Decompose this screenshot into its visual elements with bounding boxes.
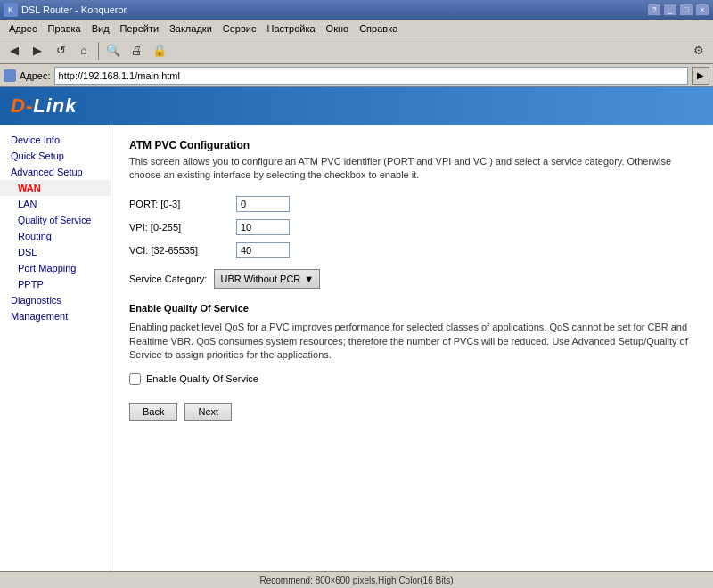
menu-pereiti[interactable]: Перейти — [115, 21, 165, 36]
sidebar-item-port-mapping[interactable]: Port Mapping — [0, 260, 111, 276]
service-category-select[interactable]: UBR Without PCR ▼ — [214, 269, 320, 289]
settings-toolbar-btn[interactable]: ⚙ — [688, 40, 709, 61]
vpi-row: VPI: [0-255] — [129, 219, 695, 235]
help-btn[interactable]: ? — [647, 4, 661, 16]
reload-toolbar-btn[interactable]: ↺ — [50, 40, 71, 61]
browser-icon: K — [4, 3, 18, 17]
address-input[interactable] — [54, 67, 688, 85]
vpi-input[interactable] — [236, 219, 290, 235]
close-btn[interactable]: × — [695, 4, 709, 16]
sidebar-item-diagnostics[interactable]: Diagnostics — [0, 292, 111, 308]
home-toolbar-btn[interactable]: ⌂ — [73, 40, 94, 61]
back-button[interactable]: Back — [129, 403, 177, 421]
port-input[interactable] — [236, 196, 290, 212]
address-bar: Адрес: ▶ — [0, 64, 713, 87]
security-toolbar-btn[interactable]: 🔒 — [149, 40, 170, 61]
port-row: PORT: [0-3] — [129, 196, 695, 212]
service-category-label: Service Category: — [129, 274, 207, 284]
print-toolbar-btn[interactable]: 🖨 — [126, 40, 147, 61]
button-row: Back Next — [129, 403, 695, 421]
menu-spravka[interactable]: Справка — [354, 21, 403, 36]
addr-icon — [4, 69, 16, 82]
qos-checkbox[interactable] — [129, 373, 141, 385]
browser-content: D-Link Device Info Quick Setup Advanced … — [0, 87, 713, 588]
addr-label: Адрес: — [20, 70, 51, 81]
toolbar: ◀ ▶ ↺ ⌂ 🔍 🖨 🔒 ⚙ — [0, 37, 713, 64]
forward-toolbar-btn[interactable]: ▶ — [27, 40, 48, 61]
sidebar-item-dsl[interactable]: DSL — [0, 244, 111, 260]
back-toolbar-btn[interactable]: ◀ — [4, 40, 25, 61]
sidebar-item-quick-setup[interactable]: Quick Setup — [0, 148, 111, 164]
sidebar-item-management[interactable]: Management — [0, 308, 111, 324]
content-area: ATM PVC Configuration This screen allows… — [111, 125, 713, 572]
service-category-arrow: ▼ — [304, 274, 314, 284]
menu-zakladki[interactable]: Закладки — [164, 21, 217, 36]
sidebar-item-device-info[interactable]: Device Info — [0, 132, 111, 148]
port-label: PORT: [0-3] — [129, 199, 236, 209]
vci-input[interactable] — [236, 242, 290, 258]
title-bar: K DSL Router - Konqueror ? _ □ × — [0, 0, 713, 20]
menu-nastroika[interactable]: Настройка — [261, 21, 320, 36]
window-title: DSL Router - Konqueror — [21, 4, 127, 15]
menu-servis[interactable]: Сервис — [217, 21, 262, 36]
sidebar-item-qos[interactable]: Quality of Service — [0, 212, 111, 228]
page-description: This screen allows you to configure an A… — [129, 155, 695, 183]
dlink-logo: D-Link — [11, 94, 77, 118]
title-bar-left: K DSL Router - Konqueror — [4, 3, 127, 17]
menu-pravka[interactable]: Правка — [43, 21, 86, 36]
qos-checkbox-label[interactable]: Enable Quality Of Service — [146, 373, 258, 384]
sidebar: Device Info Quick Setup Advanced Setup W… — [0, 125, 111, 572]
search-toolbar-btn[interactable]: 🔍 — [102, 40, 124, 61]
sidebar-item-routing[interactable]: Routing — [0, 228, 111, 244]
main-area: Device Info Quick Setup Advanced Setup W… — [0, 125, 713, 572]
status-text: Recommend: 800×600 pixels,High Color(16 … — [259, 576, 453, 585]
sidebar-item-pptp[interactable]: PPTP — [0, 276, 111, 292]
qos-checkbox-row: Enable Quality Of Service — [129, 373, 695, 385]
dlink-logo-d: D — [11, 94, 26, 117]
next-button[interactable]: Next — [184, 403, 232, 421]
qos-description: Enabling packet level QoS for a PVC impr… — [129, 321, 695, 362]
browser-window: K DSL Router - Konqueror ? _ □ × Адрес П… — [0, 0, 713, 588]
maximize-btn[interactable]: □ — [679, 4, 693, 16]
addr-go-btn[interactable]: ▶ — [692, 67, 709, 85]
service-category-row: Service Category: UBR Without PCR ▼ — [129, 269, 695, 289]
title-bar-buttons: ? _ □ × — [647, 4, 709, 16]
dlink-header: D-Link — [0, 87, 713, 125]
qos-section-title: Enable Quality Of Service — [129, 303, 695, 314]
vci-label: VCI: [32-65535] — [129, 245, 236, 256]
menu-okno[interactable]: Окно — [321, 21, 355, 36]
vpi-label: VPI: [0-255] — [129, 222, 236, 233]
sidebar-item-wan[interactable]: WAN — [0, 180, 111, 196]
status-bar: Recommend: 800×600 pixels,High Color(16 … — [0, 571, 713, 588]
sidebar-item-lan[interactable]: LAN — [0, 196, 111, 212]
page-title: ATM PVC Configuration — [129, 139, 695, 151]
minimize-btn[interactable]: _ — [663, 4, 677, 16]
toolbar-sep1 — [98, 42, 99, 60]
vci-row: VCI: [32-65535] — [129, 242, 695, 258]
menu-vid[interactable]: Вид — [86, 21, 115, 36]
menu-adres[interactable]: Адрес — [4, 21, 43, 36]
menu-bar: Адрес Правка Вид Перейти Закладки Сервис… — [0, 20, 713, 37]
sidebar-item-advanced-setup[interactable]: Advanced Setup — [0, 164, 111, 180]
service-category-value: UBR Without PCR — [220, 274, 300, 284]
